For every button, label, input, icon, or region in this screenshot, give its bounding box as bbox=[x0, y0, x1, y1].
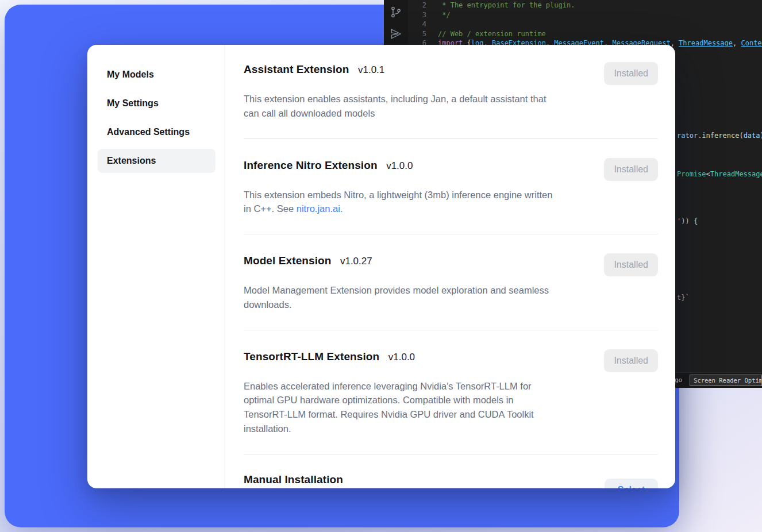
extension-description: This extension embeds Nitro, a lightweig… bbox=[244, 188, 557, 217]
sidebar-item-my-models[interactable]: My Models bbox=[98, 63, 215, 87]
editor-code-area: 2 * The entrypoint for the plugin. 3 */ … bbox=[408, 1, 762, 48]
code-token: */ bbox=[438, 11, 451, 19]
manual-installation-row: Manual Installation Select an extension … bbox=[244, 454, 658, 489]
screen-reader-chip[interactable]: Screen Reader Optimize bbox=[690, 375, 762, 386]
code-token: t}` bbox=[677, 294, 690, 302]
installed-button[interactable]: Installed bbox=[604, 253, 658, 276]
extension-version: v1.0.1 bbox=[358, 64, 384, 75]
manual-installation-title: Manual Installation bbox=[244, 473, 343, 485]
code-fragment: ')) { bbox=[677, 217, 698, 226]
code-token: // Web / extension runtime bbox=[438, 30, 546, 38]
code-token: * The entrypoint for the plugin. bbox=[438, 1, 575, 9]
extension-version: v1.0.0 bbox=[386, 160, 413, 171]
extension-description: Enables accelerated inference leveraging… bbox=[244, 379, 557, 436]
sidebar-item-my-settings[interactable]: My Settings bbox=[98, 91, 215, 115]
source-control-icon[interactable] bbox=[390, 6, 402, 18]
code-token: data bbox=[744, 132, 760, 140]
line-number: 2 bbox=[408, 1, 438, 10]
code-line: 5 // Web / extension runtime bbox=[408, 29, 762, 39]
code-line: 4 bbox=[408, 20, 762, 29]
extension-row-model: Model Extension v1.0.27 Installed Model … bbox=[244, 234, 658, 330]
extension-title: Assistant Extension bbox=[244, 63, 349, 75]
code-token: )) { bbox=[681, 217, 698, 225]
extension-title: Inference Nitro Extension bbox=[244, 159, 378, 171]
settings-modal: My Models My Settings Advanced Settings … bbox=[87, 45, 675, 488]
extension-version: v1.0.27 bbox=[340, 256, 372, 267]
status-text: go bbox=[675, 376, 682, 384]
extension-title: TensortRT-LLM Extension bbox=[244, 350, 379, 363]
sidebar-item-extensions[interactable]: Extensions bbox=[98, 149, 215, 173]
settings-sidebar: My Models My Settings Advanced Settings … bbox=[87, 45, 225, 488]
line-number: 4 bbox=[408, 20, 438, 29]
code-fragment: Promise<ThreadMessage> bbox=[677, 169, 762, 179]
extension-description: Model Management Extension provides mode… bbox=[244, 283, 557, 312]
code-token: , bbox=[733, 39, 741, 47]
description-text: This extension embeds Nitro, a lightweig… bbox=[244, 190, 552, 214]
installed-button[interactable]: Installed bbox=[604, 62, 658, 85]
code-line: 3 */ bbox=[408, 10, 762, 20]
line-number: 5 bbox=[408, 29, 438, 39]
sidebar-item-advanced-settings[interactable]: Advanced Settings bbox=[98, 120, 215, 144]
select-file-button[interactable]: Select bbox=[605, 479, 658, 488]
extension-row-nitro: Inference Nitro Extension v1.0.0 Install… bbox=[244, 139, 658, 235]
code-text: // Web / extension runtime bbox=[438, 29, 546, 39]
extension-version: v1.0.0 bbox=[388, 352, 415, 363]
code-token: ( bbox=[739, 132, 743, 140]
installed-button[interactable]: Installed bbox=[604, 158, 658, 181]
line-number: 3 bbox=[408, 10, 438, 20]
code-token: ThreadMessage bbox=[679, 39, 733, 47]
code-text: */ bbox=[438, 10, 451, 20]
extension-row-tensorrt: TensortRT-LLM Extension v1.0.0 Installed… bbox=[244, 330, 658, 454]
code-fragment: rator.inference(data)); bbox=[677, 131, 762, 141]
code-token: , bbox=[671, 39, 679, 47]
extensions-panel: Assistant Extension v1.0.1 Installed Thi… bbox=[225, 45, 675, 488]
extension-title: Model Extension bbox=[244, 255, 331, 267]
code-line: 2 * The entrypoint for the plugin. bbox=[408, 1, 762, 10]
code-token: rator bbox=[677, 132, 698, 140]
extension-row-assistant: Assistant Extension v1.0.1 Installed Thi… bbox=[244, 62, 658, 139]
send-icon[interactable] bbox=[390, 28, 402, 40]
nitro-link[interactable]: nitro.jan.ai. bbox=[297, 203, 343, 214]
code-fragment: t}` bbox=[677, 293, 690, 303]
code-text: * The entrypoint for the plugin. bbox=[438, 1, 575, 10]
code-token: Promise bbox=[677, 170, 706, 178]
code-token: ThreadMessage bbox=[710, 170, 762, 178]
installed-button[interactable]: Installed bbox=[604, 349, 658, 372]
code-token: inference bbox=[702, 132, 739, 140]
extension-description: This extension enables assistants, inclu… bbox=[244, 92, 557, 121]
code-token: < bbox=[706, 170, 710, 178]
code-token: )); bbox=[760, 132, 762, 140]
code-token: ContentType bbox=[741, 39, 762, 47]
